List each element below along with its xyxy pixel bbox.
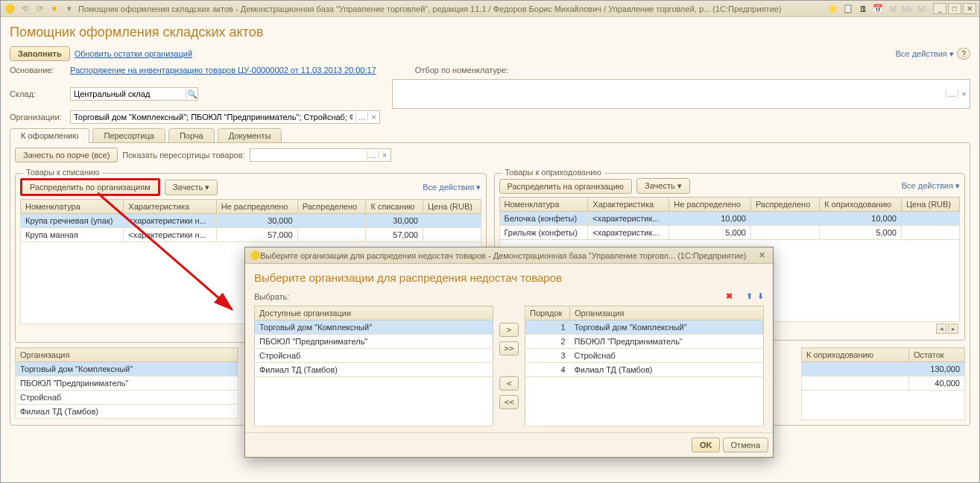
selected-grid[interactable]: Порядок Организация 1Торговый дом "Компл…: [525, 306, 764, 426]
table-row[interactable]: Крупа манная<характеристики н...57,00057…: [21, 228, 481, 242]
max-button[interactable]: □: [948, 3, 961, 14]
list-item[interactable]: 4Филиал ТД (Тамбов): [525, 363, 764, 377]
tab-docs[interactable]: Документы: [218, 128, 282, 143]
available-header: Доступные организации: [255, 306, 493, 321]
tool3-icon[interactable]: 📅: [872, 3, 884, 15]
nav-back-icon[interactable]: ⟲: [19, 3, 31, 15]
cancel-button[interactable]: Отмена: [723, 438, 768, 452]
show-resort-label: Показать пересортицы товаров:: [122, 151, 244, 160]
move-allright-button[interactable]: >>: [499, 341, 519, 356]
resort-more-icon[interactable]: …: [367, 151, 379, 160]
zachest2-button[interactable]: Зачесть ▾: [636, 178, 690, 194]
distribute-orgs-button[interactable]: Распределить по организациям: [20, 178, 160, 196]
dialog-close-icon[interactable]: ✕: [756, 250, 768, 260]
choose-label: Выбрать:: [254, 292, 289, 301]
page-title: Помощник оформления складских актов: [10, 25, 970, 40]
filter-more-icon[interactable]: …: [946, 89, 958, 98]
move-allleft-button[interactable]: <<: [499, 395, 519, 409]
orgs-label: Организации:: [10, 113, 66, 121]
warehouse-field[interactable]: [71, 88, 186, 100]
move-left-button[interactable]: <: [499, 376, 519, 391]
col-header: Распределено: [750, 198, 819, 212]
list-item[interactable]: Торговый дом "Комплексный": [255, 321, 493, 335]
table-row[interactable]: ПБОЮЛ "Предприниматель": [16, 376, 238, 391]
col-header: Характеристика: [588, 198, 669, 212]
list-item[interactable]: 1Торговый дом "Комплексный": [525, 321, 764, 335]
tab-strip: К оформлению Пересортица Порча Документы: [10, 128, 970, 142]
all-actions-link[interactable]: Все действия ▾: [896, 49, 954, 59]
table-row[interactable]: 40,000: [802, 376, 965, 391]
move-up-icon[interactable]: ⬆: [746, 291, 753, 301]
min-button[interactable]: _: [933, 3, 946, 14]
all-actions2[interactable]: Все действия ▾: [902, 181, 960, 191]
table-row[interactable]: Крупа гречневая (упак)<характеристики н.…: [21, 214, 481, 228]
orgs-field[interactable]: [71, 111, 355, 123]
warehouse-lookup-icon[interactable]: 🔍: [186, 89, 197, 99]
ok-button[interactable]: OK: [692, 438, 721, 452]
window-titlebar: 🟡 ⟲ ⟳ ★ ▾ Помощник оформления складских …: [1, 1, 979, 17]
help-button[interactable]: ?: [957, 48, 970, 60]
logo-icon: 🟡: [4, 3, 16, 15]
selected-org-header: Организация: [570, 306, 764, 321]
move-down-icon[interactable]: ⬇: [757, 291, 764, 301]
table-row[interactable]: Белочка (конфеты)<характеристик...10,000…: [499, 212, 960, 226]
filter-clear-icon[interactable]: ×: [958, 89, 970, 98]
refresh-link[interactable]: Обновить остатки организаций: [75, 49, 192, 58]
star-icon[interactable]: ★: [48, 3, 60, 15]
table-row[interactable]: Филиал ТД (Тамбов): [16, 405, 238, 419]
scroll-right2-icon[interactable]: ▸: [948, 323, 958, 334]
col-header: Цена (RUB): [901, 198, 959, 212]
col-header: Характеристика: [124, 200, 216, 214]
resort-clear-icon[interactable]: ×: [379, 151, 391, 160]
orgs-more-icon[interactable]: …: [355, 113, 367, 121]
list-item[interactable]: Стройснаб: [255, 349, 493, 363]
org-header: Организация: [16, 348, 238, 362]
move-right-button[interactable]: >: [499, 323, 519, 337]
fav-icon[interactable]: ⭐: [827, 3, 839, 15]
table-row[interactable]: Стройснаб: [16, 391, 238, 405]
orgs-clear-icon[interactable]: ×: [367, 113, 379, 121]
distribute-org-button[interactable]: Распределить на организацию: [499, 179, 633, 194]
org-picker-dialog: 🟡 Выберите организации для распредения н…: [244, 247, 774, 458]
col-header: К списанию: [366, 200, 423, 214]
resort-filter-input[interactable]: [250, 149, 367, 161]
basis-label: Основание:: [10, 66, 66, 75]
drop-icon[interactable]: ▾: [63, 3, 75, 15]
scroll-left2-icon[interactable]: ◂: [936, 323, 946, 334]
zachest-porche-button[interactable]: Зачесть по порче (все): [15, 148, 118, 162]
m2-icon[interactable]: M+: [902, 3, 914, 15]
col-header: Цена (RUB): [423, 200, 481, 214]
col-header: К оприходованию: [820, 198, 902, 212]
receipt-legend: Товары к оприходованию: [502, 168, 604, 177]
tab-spoil[interactable]: Порча: [168, 128, 215, 143]
tool1-icon[interactable]: 📋: [842, 3, 854, 15]
tab-to-process[interactable]: К оформлению: [10, 128, 89, 143]
filter-textarea[interactable]: [393, 85, 946, 103]
col-header: Номенклатура: [499, 198, 588, 212]
dialog-title: Выберите организации для распредения нед…: [254, 271, 764, 284]
balance-grid[interactable]: К оприходованию Остаток 130,00040,000: [801, 347, 965, 420]
close-button[interactable]: ✕: [963, 3, 976, 14]
fill-button[interactable]: Заполнить: [10, 46, 70, 61]
remove-icon[interactable]: ✖: [726, 291, 733, 301]
basis-link[interactable]: Распоряжение на инвентаризацию товаров Ц…: [70, 66, 376, 75]
tab-resort[interactable]: Пересортица: [92, 128, 165, 143]
list-item[interactable]: 2ПБОЮЛ "Предприниматель": [525, 335, 764, 349]
table-row[interactable]: Грильяж (конфеты)<характеристик...5,0005…: [499, 226, 960, 240]
tool2-icon[interactable]: 🗓: [857, 3, 869, 15]
list-item[interactable]: ПБОЮЛ "Предприниматель": [255, 335, 493, 349]
available-grid[interactable]: Доступные организации Торговый дом "Комп…: [254, 306, 493, 426]
m3-icon[interactable]: M-: [917, 3, 929, 15]
order-header: Порядок: [525, 306, 570, 321]
list-item[interactable]: 3Стройснаб: [525, 349, 764, 363]
table-row[interactable]: Торговый дом "Комплексный": [16, 362, 238, 376]
all-actions1[interactable]: Все действия ▾: [423, 183, 481, 192]
writeoff-legend: Товары к списанию: [23, 168, 102, 177]
nav-fwd-icon[interactable]: ⟳: [34, 3, 45, 15]
table-row[interactable]: 130,000: [802, 362, 965, 376]
org-grid[interactable]: Организация Торговый дом "Комплексный"ПБ…: [15, 347, 238, 419]
list-item[interactable]: Филиал ТД (Тамбов): [255, 363, 493, 377]
dialog-logo-icon: 🟡: [250, 250, 260, 260]
m1-icon[interactable]: M: [887, 3, 899, 15]
zachest1-button[interactable]: Зачесть ▾: [165, 180, 218, 195]
